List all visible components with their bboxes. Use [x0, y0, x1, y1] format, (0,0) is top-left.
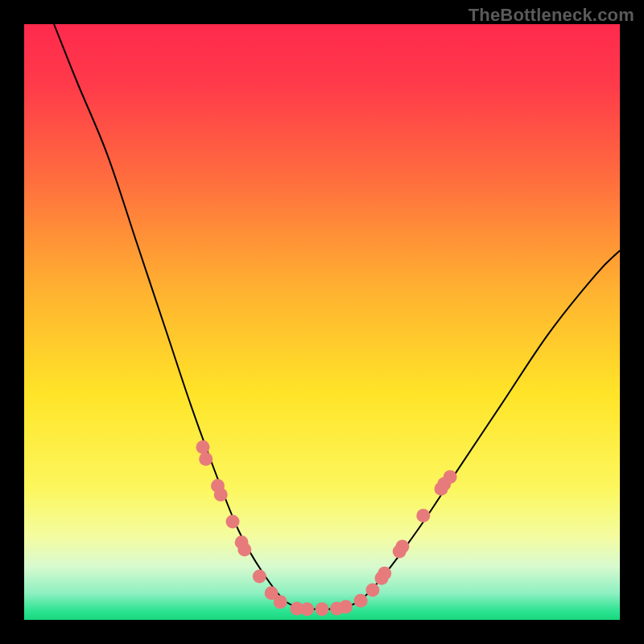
chart-curves — [24, 24, 620, 620]
data-dot — [378, 567, 391, 580]
data-dot — [395, 539, 409, 553]
data-dot — [214, 488, 228, 502]
data-dot — [274, 595, 287, 609]
plot-area — [24, 24, 620, 620]
data-dot — [196, 440, 210, 454]
data-dot — [237, 543, 251, 556]
curve-right — [334, 250, 620, 609]
data-dot — [444, 470, 457, 484]
data-dot — [416, 509, 430, 522]
data-dot — [354, 594, 368, 608]
data-dot — [253, 569, 266, 583]
curve-left — [54, 24, 310, 609]
data-dot — [199, 452, 213, 466]
data-dot — [365, 584, 379, 597]
data-dot — [226, 514, 240, 528]
data-dot — [316, 602, 329, 616]
watermark-text: TheBottleneck.com — [469, 5, 634, 26]
data-dot — [339, 600, 353, 613]
chart-frame: TheBottleneck.com — [0, 0, 644, 644]
data-dot — [300, 602, 314, 616]
